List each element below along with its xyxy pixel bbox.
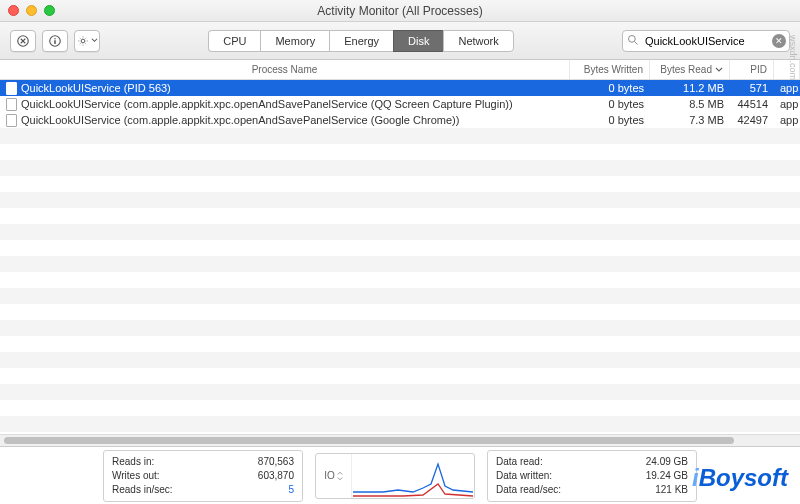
quit-process-button[interactable] bbox=[10, 30, 36, 52]
io-graph: IO bbox=[315, 453, 475, 499]
col-process-name[interactable]: Process Name bbox=[0, 60, 570, 79]
inspect-process-button[interactable] bbox=[42, 30, 68, 52]
io-counts-box: Reads in:870,563 Writes out:603,870 Read… bbox=[103, 450, 303, 502]
svg-point-4 bbox=[54, 38, 56, 40]
tab-energy[interactable]: Energy bbox=[329, 30, 393, 52]
search-icon bbox=[627, 34, 639, 46]
process-icon bbox=[6, 114, 17, 127]
table-row[interactable]: QuickLookUIService (com.apple.appkit.xpc… bbox=[0, 96, 800, 112]
horizontal-scrollbar[interactable] bbox=[0, 434, 800, 446]
table-row[interactable]: QuickLookUIService (PID 563) 0 bytes 11.… bbox=[0, 80, 800, 96]
col-bytes-read[interactable]: Bytes Read bbox=[650, 60, 730, 79]
tab-disk[interactable]: Disk bbox=[393, 30, 443, 52]
table-header: Process Name Bytes Written Bytes Read PI… bbox=[0, 60, 800, 80]
stop-icon bbox=[17, 35, 29, 47]
tab-cpu[interactable]: CPU bbox=[208, 30, 260, 52]
col-bytes-written[interactable]: Bytes Written bbox=[570, 60, 650, 79]
process-table: QuickLookUIService (PID 563) 0 bytes 11.… bbox=[0, 80, 800, 434]
sort-desc-icon bbox=[715, 66, 723, 74]
watermark-logo: iBoysoft bbox=[692, 464, 788, 492]
view-tabs: CPU Memory Energy Disk Network bbox=[208, 30, 514, 52]
info-icon bbox=[49, 35, 61, 47]
minimize-button[interactable] bbox=[26, 5, 37, 16]
scrollbar-thumb[interactable] bbox=[4, 437, 734, 444]
options-button[interactable] bbox=[74, 30, 100, 52]
clear-search-button[interactable]: ✕ bbox=[772, 34, 786, 48]
close-button[interactable] bbox=[8, 5, 19, 16]
process-icon bbox=[6, 98, 17, 111]
titlebar: Activity Monitor (All Processes) bbox=[0, 0, 800, 22]
svg-line-8 bbox=[635, 41, 638, 44]
toolbar: CPU Memory Energy Disk Network ✕ bbox=[0, 22, 800, 60]
watermark-url: wsxdn.com bbox=[788, 35, 798, 80]
footer-stats: Reads in:870,563 Writes out:603,870 Read… bbox=[0, 446, 800, 504]
traffic-lights bbox=[8, 5, 55, 16]
search-input[interactable] bbox=[622, 30, 790, 52]
chevron-down-icon bbox=[91, 37, 98, 44]
io-sparkline bbox=[352, 454, 474, 498]
maximize-button[interactable] bbox=[44, 5, 55, 16]
search-field: ✕ bbox=[622, 30, 790, 52]
table-row[interactable]: QuickLookUIService (com.apple.appkit.xpc… bbox=[0, 112, 800, 128]
stepper-icon bbox=[337, 471, 343, 481]
window-title: Activity Monitor (All Processes) bbox=[317, 4, 482, 18]
tab-network[interactable]: Network bbox=[443, 30, 513, 52]
col-pid[interactable]: PID bbox=[730, 60, 774, 79]
data-amounts-box: Data read:24.09 GB Data written:19.24 GB… bbox=[487, 450, 697, 502]
svg-rect-5 bbox=[54, 40, 56, 44]
empty-rows bbox=[0, 128, 800, 434]
tab-memory[interactable]: Memory bbox=[260, 30, 329, 52]
process-icon bbox=[6, 82, 17, 95]
graph-mode-selector[interactable]: IO bbox=[316, 454, 352, 498]
svg-point-7 bbox=[629, 35, 636, 42]
gear-icon bbox=[77, 35, 89, 47]
svg-point-6 bbox=[81, 39, 85, 43]
